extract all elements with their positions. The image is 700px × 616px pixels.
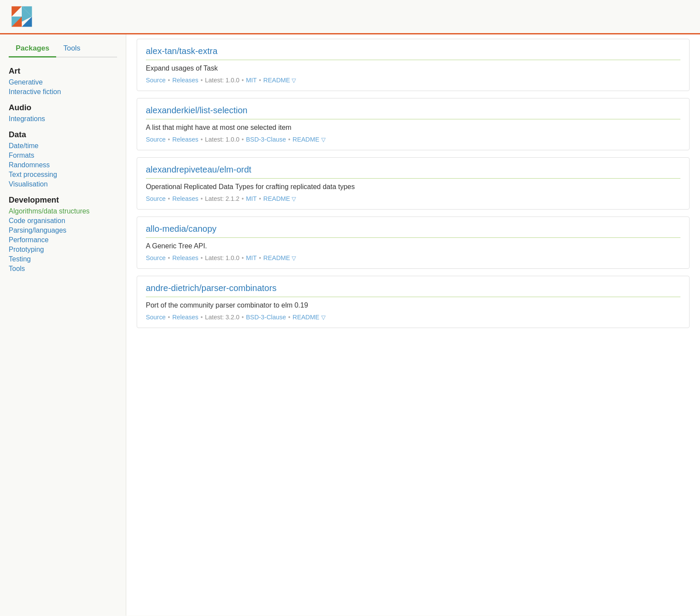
package-divider (146, 237, 680, 238)
separator: • (259, 195, 261, 202)
package-description: A Generic Tree API. (146, 242, 680, 250)
separator: • (259, 77, 261, 84)
package-description: Expand usages of Task (146, 64, 680, 72)
separator: • (201, 136, 203, 143)
latest-label: Latest: 3.2.0 (205, 314, 239, 321)
sidebar-item-visualisation[interactable]: Visualisation (9, 179, 117, 189)
package-divider (146, 297, 680, 297)
section-art: Art (9, 66, 117, 76)
latest-label: Latest: 1.0.0 (205, 77, 239, 84)
releases-link[interactable]: Releases (172, 314, 199, 321)
sidebar-item-algorithms[interactable]: Algorithms/data structures (9, 206, 117, 216)
readme-link[interactable]: README ▽ (293, 136, 326, 143)
package-name[interactable]: allo-media/canopy (146, 224, 680, 234)
sidebar-item-datetime[interactable]: Date/time (9, 141, 117, 151)
tab-packages[interactable]: Packages (9, 41, 56, 58)
package-meta: Source • Releases • Latest: 1.0.0 • MIT … (146, 254, 680, 261)
section-development: Development (9, 195, 117, 205)
releases-link[interactable]: Releases (172, 195, 199, 202)
sidebar-item-parsing-languages[interactable]: Parsing/languages (9, 226, 117, 235)
source-link[interactable]: Source (146, 314, 166, 321)
releases-link[interactable]: Releases (172, 136, 199, 143)
package-divider (146, 119, 680, 119)
section-data: Data (9, 130, 117, 139)
separator: • (201, 314, 203, 321)
separator: • (168, 254, 170, 261)
sidebar-item-generative[interactable]: Generative (9, 78, 117, 87)
separator: • (242, 314, 244, 321)
license-link[interactable]: BSD-3-Clause (246, 314, 286, 321)
layout: Packages Tools Art Generative Interactiv… (0, 34, 700, 616)
section-audio: Audio (9, 103, 117, 112)
package-card: andre-dietrich/parser-combinators Port o… (137, 276, 690, 328)
readme-triangle-icon: ▽ (292, 255, 296, 261)
sidebar-item-performance[interactable]: Performance (9, 235, 117, 245)
readme-triangle-icon: ▽ (321, 136, 326, 143)
sidebar: Packages Tools Art Generative Interactiv… (0, 34, 126, 616)
separator: • (201, 77, 203, 84)
separator: • (201, 195, 203, 202)
latest-label: Latest: 1.0.0 (205, 254, 239, 261)
sidebar-item-code-organisation[interactable]: Code organisation (9, 216, 117, 226)
package-meta: Source • Releases • Latest: 2.1.2 • MIT … (146, 195, 680, 202)
separator: • (168, 314, 170, 321)
package-name[interactable]: andre-dietrich/parser-combinators (146, 283, 680, 293)
sidebar-item-randomness[interactable]: Randomness (9, 160, 117, 170)
separator: • (242, 195, 244, 202)
tab-tools[interactable]: Tools (56, 41, 87, 58)
separator: • (242, 77, 244, 84)
package-description: Operational Replicated Data Types for cr… (146, 183, 680, 191)
package-card: alex-tan/task-extra Expand usages of Tas… (137, 39, 690, 91)
license-link[interactable]: MIT (246, 77, 257, 84)
package-card: alexandrepiveteau/elm-ordt Operational R… (137, 157, 690, 210)
readme-link[interactable]: README ▽ (263, 254, 296, 261)
separator: • (259, 254, 261, 261)
separator: • (168, 136, 170, 143)
readme-link[interactable]: README ▽ (263, 77, 296, 84)
sidebar-item-interactive-fiction[interactable]: Interactive fiction (9, 87, 117, 97)
logo-container (10, 5, 37, 28)
readme-link[interactable]: README ▽ (293, 314, 326, 321)
package-divider (146, 178, 680, 179)
latest-label: Latest: 1.0.0 (205, 136, 239, 143)
source-link[interactable]: Source (146, 195, 166, 202)
source-link[interactable]: Source (146, 136, 166, 143)
latest-label: Latest: 2.1.2 (205, 195, 239, 202)
package-name[interactable]: alexandrepiveteau/elm-ordt (146, 165, 680, 175)
license-link[interactable]: MIT (246, 254, 257, 261)
package-divider (146, 60, 680, 60)
releases-link[interactable]: Releases (172, 77, 199, 84)
source-link[interactable]: Source (146, 254, 166, 261)
sidebar-item-prototyping[interactable]: Prototyping (9, 245, 117, 254)
separator: • (201, 254, 203, 261)
package-name[interactable]: alexanderkiel/list-selection (146, 105, 680, 115)
source-link[interactable]: Source (146, 77, 166, 84)
separator: • (168, 195, 170, 202)
readme-link[interactable]: README ▽ (263, 195, 296, 202)
releases-link[interactable]: Releases (172, 254, 199, 261)
sidebar-item-testing[interactable]: Testing (9, 254, 117, 264)
main-content: alex-tan/task-extra Expand usages of Tas… (126, 34, 700, 616)
separator: • (288, 314, 290, 321)
package-card: alexanderkiel/list-selection A list that… (137, 98, 690, 150)
package-meta: Source • Releases • Latest: 1.0.0 • BSD-… (146, 136, 680, 143)
header (0, 0, 700, 34)
sidebar-item-text-processing[interactable]: Text processing (9, 170, 117, 179)
sidebar-item-tools[interactable]: Tools (9, 264, 117, 274)
sidebar-tabs: Packages Tools (9, 41, 117, 58)
package-card: allo-media/canopy A Generic Tree API. So… (137, 217, 690, 269)
sidebar-item-integrations[interactable]: Integrations (9, 114, 117, 124)
package-name[interactable]: alex-tan/task-extra (146, 46, 680, 56)
readme-triangle-icon: ▽ (292, 77, 296, 84)
separator: • (168, 77, 170, 84)
separator: • (242, 136, 244, 143)
package-description: Port of the community parser combinator … (146, 301, 680, 309)
license-link[interactable]: MIT (246, 195, 257, 202)
svg-marker-0 (12, 7, 22, 17)
license-link[interactable]: BSD-3-Clause (246, 136, 286, 143)
separator: • (242, 254, 244, 261)
readme-triangle-icon: ▽ (292, 196, 296, 202)
sidebar-item-formats[interactable]: Formats (9, 151, 117, 160)
readme-triangle-icon: ▽ (321, 314, 326, 321)
separator: • (288, 136, 290, 143)
